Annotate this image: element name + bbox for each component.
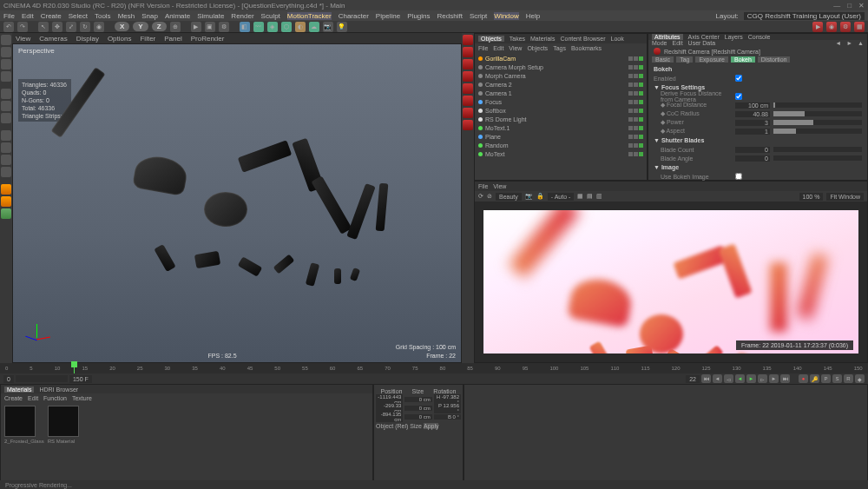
coord-size[interactable]: 0 cm	[404, 414, 431, 420]
object-row[interactable]: MoText	[478, 149, 643, 158]
rv-refresh-icon[interactable]: ⟳	[478, 193, 483, 200]
object-mode-icon[interactable]	[1, 47, 11, 57]
attr-slider[interactable]	[773, 129, 862, 134]
menu-pipeline[interactable]: Pipeline	[376, 12, 400, 20]
render-region-icon[interactable]: ▣	[205, 22, 215, 32]
render-vis-icon[interactable]	[634, 74, 638, 78]
rs-render-icon[interactable]: ▶	[812, 22, 823, 32]
rs-aov-icon[interactable]: ▦	[854, 22, 865, 32]
render-vis-icon[interactable]	[634, 117, 638, 122]
visibility-icon[interactable]	[628, 126, 633, 130]
render-vis-icon[interactable]	[634, 152, 638, 156]
make-editable-icon[interactable]	[1, 208, 11, 219]
goto-end-icon[interactable]: ⏭	[780, 374, 790, 383]
menu-animate[interactable]: Animate	[165, 12, 190, 20]
menu-window[interactable]: Window	[494, 12, 518, 20]
key-param-icon[interactable]: ◆	[855, 374, 865, 383]
coord-mode1[interactable]: Object (Rel)	[376, 423, 408, 429]
redo-icon[interactable]: ↷	[17, 22, 28, 32]
enable-icon[interactable]	[639, 65, 643, 69]
move-tool-icon[interactable]: ✥	[52, 22, 62, 32]
poly-mode-icon[interactable]	[1, 113, 11, 123]
model-mode-icon[interactable]	[1, 35, 11, 45]
subtab-exposure[interactable]: Exposure	[695, 56, 728, 63]
locked-workplane-icon[interactable]	[1, 167, 11, 177]
enable-icon[interactable]	[639, 109, 643, 113]
render-vis-icon[interactable]	[634, 56, 638, 61]
vp-display[interactable]: Display	[76, 35, 99, 43]
attr-value-field[interactable]: 40.88	[735, 111, 770, 117]
menu-motiontracker[interactable]: MotionTracker	[287, 12, 332, 20]
tab-takes[interactable]: Takes	[510, 36, 525, 42]
visibility-icon[interactable]	[628, 65, 633, 69]
menu-simulate[interactable]: Simulate	[197, 12, 224, 20]
axis-y[interactable]: Y	[133, 22, 148, 31]
material-swatch[interactable]	[48, 406, 79, 437]
enable-icon[interactable]	[639, 152, 643, 156]
menu-file[interactable]: File	[3, 12, 15, 20]
rotate-tool-icon[interactable]: ↻	[80, 22, 90, 32]
rs-ipr-icon[interactable]: ◉	[826, 22, 837, 32]
world-axis-icon[interactable]: ⊕	[170, 22, 181, 32]
rs-settings-icon[interactable]: ⚙	[840, 22, 851, 32]
obj-edit[interactable]: Edit	[493, 45, 503, 51]
mat-texture[interactable]: Texture	[72, 395, 92, 401]
nav-back-icon[interactable]: ◄	[835, 40, 841, 46]
render-vis-icon[interactable]	[634, 126, 638, 130]
select-tool-icon[interactable]: ↖	[38, 22, 49, 32]
render-vis-icon[interactable]	[634, 65, 638, 69]
use-bokeh-checkbox[interactable]	[735, 173, 742, 180]
rv-fit-dropdown[interactable]: Fit Window	[826, 193, 864, 201]
object-row[interactable]: Camera 1	[478, 89, 643, 97]
attr-value-field[interactable]: 3	[735, 120, 770, 126]
record-icon[interactable]: ●	[799, 374, 808, 383]
tl-start[interactable]: 0	[3, 375, 14, 383]
workplane-icon[interactable]	[1, 71, 11, 82]
timeline-ruler[interactable]: 0510152025303540455055606570758085909510…	[0, 363, 868, 373]
subtab-tag[interactable]: Tag	[676, 56, 693, 63]
key-pos-icon[interactable]: P	[821, 374, 831, 383]
light-icon[interactable]: 💡	[337, 22, 347, 32]
tl-current[interactable]: 22	[686, 375, 700, 383]
coord-apply[interactable]: Apply	[424, 423, 439, 429]
visibility-icon[interactable]	[628, 74, 633, 78]
coord-rot[interactable]: P 12.956 °	[434, 403, 461, 413]
menu-plugins[interactable]: Plugins	[407, 12, 430, 20]
close-icon[interactable]: ✕	[858, 2, 865, 10]
tab-mat[interactable]: Materials	[4, 387, 34, 393]
obj-objects[interactable]: Objects	[527, 45, 548, 51]
playhead[interactable]	[74, 363, 75, 373]
object-row[interactable]: RS Dome Light	[478, 115, 643, 123]
focus-header[interactable]: ▼ Focus Settings	[654, 84, 862, 90]
environment-icon[interactable]: ☁	[309, 22, 319, 32]
prev-key-icon[interactable]: ◄	[713, 374, 722, 383]
mat-create[interactable]: Create	[4, 395, 23, 401]
axis-z[interactable]: Z	[152, 22, 167, 31]
blade-count-slider[interactable]	[773, 147, 862, 152]
vp-filter[interactable]: Filter	[140, 35, 155, 43]
render-image-area[interactable]: Frame: 22 2019-01-11 17:23:37 (0:036)	[475, 202, 867, 362]
subtab-distortion[interactable]: Distortion	[758, 56, 791, 63]
tab-layers[interactable]: Layers	[725, 34, 743, 40]
axis-x[interactable]: X	[115, 22, 129, 31]
vp-cameras[interactable]: Cameras	[39, 35, 67, 43]
render-icon[interactable]: ▶	[191, 22, 201, 32]
spline-icon[interactable]: 〰	[253, 22, 264, 32]
derive-checkbox[interactable]	[735, 93, 742, 100]
object-row[interactable]: Camera 2	[478, 80, 643, 89]
nurbs-icon[interactable]: ◈	[267, 22, 278, 32]
enabled-checkbox[interactable]	[735, 75, 742, 82]
enable-icon[interactable]	[639, 74, 643, 78]
rv-zoom-field[interactable]: 100 %	[799, 193, 824, 201]
rv-b-icon[interactable]: ▥	[596, 193, 602, 200]
enable-icon[interactable]	[639, 135, 643, 139]
coord-size[interactable]: 0 cm	[404, 397, 431, 402]
rs-tool-5-icon[interactable]	[463, 83, 473, 94]
rs-tool-3-icon[interactable]	[463, 59, 473, 69]
object-tree[interactable]: GorillaCamCamera Morph SetupMorph Camera…	[475, 52, 647, 180]
deformer-icon[interactable]: ◐	[295, 22, 306, 32]
rs-tool-2-icon[interactable]	[463, 47, 473, 57]
menu-render[interactable]: Render	[231, 12, 253, 20]
attr-value-field[interactable]: 100 cm	[735, 102, 770, 109]
rs-tool-8-icon[interactable]	[463, 120, 473, 130]
